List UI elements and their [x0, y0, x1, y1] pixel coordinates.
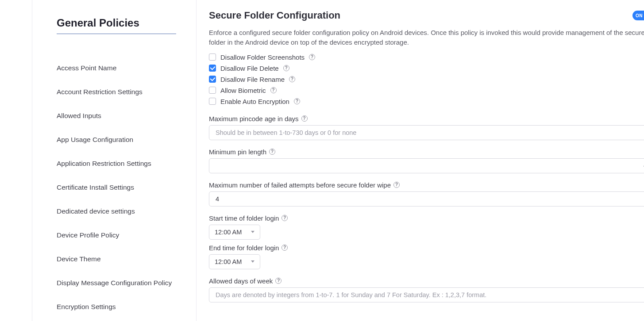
toggle-label: ON	[636, 13, 643, 18]
checkbox-label: Allow Biometric	[220, 87, 266, 94]
sidebar-item-dedicated-device-settings[interactable]: Dedicated device settings	[57, 199, 178, 223]
sidebar-item-account-restriction-settings[interactable]: Account Restriction Settings	[57, 80, 178, 104]
chevron-down-icon	[251, 231, 255, 233]
checkbox-label: Disallow Folder Screenshots	[220, 54, 305, 61]
label-text: Start time of folder login	[209, 214, 279, 222]
checkbox-allow-biometric[interactable]	[209, 87, 216, 94]
sidebar-item-device-theme[interactable]: Device Theme	[57, 247, 178, 271]
start-time-select[interactable]: 12:00 AM	[209, 225, 260, 240]
help-icon[interactable]: ?	[393, 182, 400, 188]
help-icon[interactable]: ?	[275, 278, 282, 284]
sidebar-item-display-message-configuration-policy[interactable]: Display Message Configuration Policy	[57, 271, 178, 295]
field-max-failed-attempts: Maximum number of failed attempts before…	[209, 181, 644, 206]
label-text: End time for folder login	[209, 244, 279, 252]
checkbox-disallow-file-delete[interactable]	[209, 65, 216, 72]
page-description: Enforce a configured secure folder confi…	[209, 28, 644, 47]
sidebar-item-device-profile-policy[interactable]: Device Profile Policy	[57, 223, 178, 247]
help-icon[interactable]: ?	[301, 115, 308, 122]
label-text: Allowed days of week	[209, 277, 273, 285]
max-failed-attempts-input[interactable]	[215, 195, 644, 203]
enable-toggle[interactable]: ON	[632, 11, 644, 20]
field-label: Maximum number of failed attempts before…	[209, 181, 400, 189]
sidebar-item-encryption-settings[interactable]: Encryption Settings	[57, 295, 178, 319]
help-icon[interactable]: ?	[289, 76, 295, 82]
field-start-time: Start time of folder login ? 12:00 AM	[209, 214, 644, 240]
field-max-pincode-age: Maximum pincode age in days ?	[209, 115, 644, 140]
help-icon[interactable]: ?	[269, 149, 275, 155]
main-content: Secure Folder Configuration ON Enforce a…	[196, 0, 644, 321]
help-icon[interactable]: ?	[309, 54, 315, 60]
checkbox-label: Enable Auto Encryption	[220, 98, 289, 105]
label-text: Minimum pin length	[209, 148, 266, 156]
field-end-time: End time for folder login ? 12:00 AM	[209, 244, 644, 269]
input-wrapper	[209, 125, 644, 140]
checkbox-disallow-folder-screenshots[interactable]	[209, 54, 216, 61]
sidebar-item-allowed-inputs[interactable]: Allowed Inputs	[57, 104, 178, 128]
checkbox-row-allow-biometric: Allow Biometric ?	[209, 85, 644, 96]
field-min-pin-length: Minimum pin length ?	[209, 148, 644, 173]
sidebar-item-application-restriction-settings[interactable]: Application Restriction Settings	[57, 152, 178, 176]
heading-rule	[57, 34, 176, 34]
max-pincode-age-input[interactable]	[215, 129, 644, 137]
sidebar-item-app-usage-configuration[interactable]: App Usage Configuration	[57, 128, 178, 152]
checkbox-disallow-file-rename[interactable]	[209, 76, 216, 83]
field-label: End time for folder login ?	[209, 244, 288, 252]
help-icon[interactable]: ?	[282, 215, 288, 221]
checkbox-row-disallow-folder-screenshots: Disallow Folder Screenshots ?	[209, 52, 644, 63]
field-label: Allowed days of week ?	[209, 277, 282, 285]
help-icon[interactable]: ?	[283, 65, 289, 71]
label-text: Maximum number of failed attempts before…	[209, 181, 391, 189]
field-label: Minimum pin length ?	[209, 148, 275, 156]
input-wrapper	[209, 287, 644, 302]
allowed-days-input[interactable]	[215, 291, 644, 299]
sidebar-item-access-point-name[interactable]: Access Point Name	[57, 56, 178, 80]
page-title: Secure Folder Configuration	[209, 10, 340, 21]
help-icon[interactable]: ?	[282, 245, 288, 251]
min-pin-length-select[interactable]	[209, 158, 644, 173]
select-value: 12:00 AM	[215, 229, 242, 236]
field-label: Start time of folder login ?	[209, 214, 288, 222]
checkbox-label: Disallow File Delete	[220, 65, 279, 72]
sidebar: General Policies Access Point Name Accou…	[32, 0, 196, 321]
main-header: Secure Folder Configuration ON	[209, 10, 644, 21]
label-text: Maximum pincode age in days	[209, 115, 299, 122]
sidebar-heading: General Policies	[57, 17, 178, 29]
field-label: Maximum pincode age in days ?	[209, 115, 308, 122]
page-container: General Policies Access Point Name Accou…	[32, 0, 644, 321]
sidebar-item-certificate-install-settings[interactable]: Certificate Install Settings	[57, 176, 178, 199]
select-value: 12:00 AM	[215, 258, 242, 265]
chevron-down-icon	[251, 260, 255, 263]
help-icon[interactable]: ?	[294, 98, 300, 104]
checkbox-row-disallow-file-delete: Disallow File Delete ?	[209, 63, 644, 74]
checkbox-row-enable-auto-encryption: Enable Auto Encryption ?	[209, 96, 644, 107]
input-wrapper	[209, 191, 644, 206]
help-icon[interactable]: ?	[270, 87, 277, 93]
checkbox-enable-auto-encryption[interactable]	[209, 98, 216, 105]
field-allowed-days: Allowed days of week ?	[209, 277, 644, 302]
checkbox-row-disallow-file-rename: Disallow File Rename ?	[209, 74, 644, 85]
end-time-select[interactable]: 12:00 AM	[209, 254, 260, 269]
checkbox-label: Disallow File Rename	[220, 76, 285, 83]
